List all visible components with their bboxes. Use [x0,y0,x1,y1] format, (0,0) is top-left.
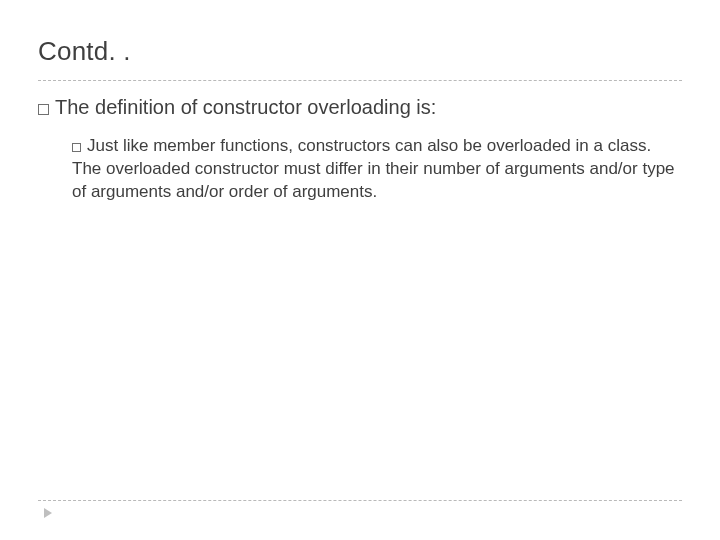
divider-top [38,80,682,81]
bullet-level-1-text: The definition of constructor overloadin… [55,96,436,118]
square-bullet-icon [38,104,49,115]
slide-title: Contd. . [38,36,131,67]
divider-bottom [38,500,682,501]
bullet-level-1: The definition of constructor overloadin… [38,96,682,119]
bullet-level-2: Just like member functions, constructors… [72,135,682,204]
slide-body: The definition of constructor overloadin… [38,96,682,204]
play-arrow-icon [44,508,52,518]
slide: Contd. . The definition of constructor o… [0,0,720,540]
bullet-level-2-wrap: Just like member functions, constructors… [72,135,682,204]
square-bullet-icon [72,143,81,152]
bullet-level-2-text: Just like member functions, constructors… [72,136,675,201]
